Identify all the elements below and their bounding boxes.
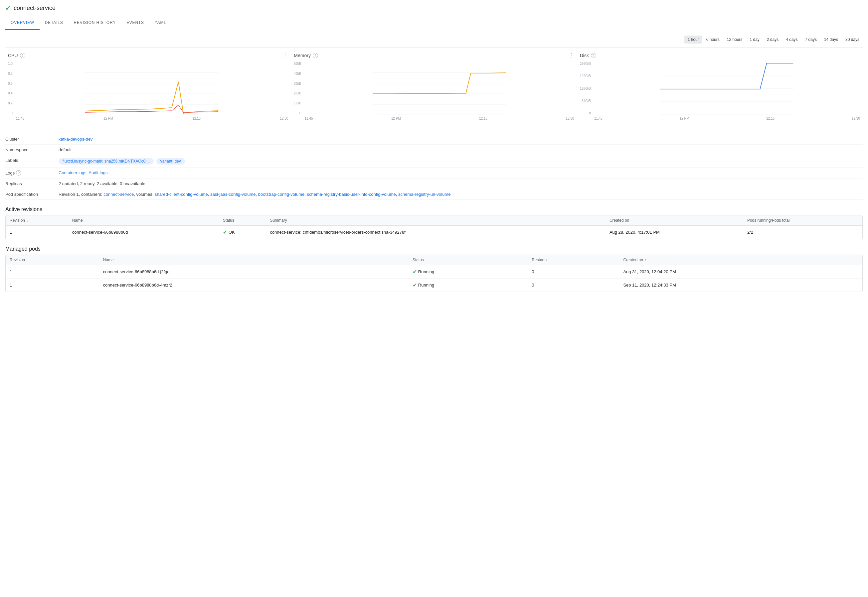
cpu-chart-svg: [15, 62, 288, 115]
namespace-label: Namespace: [5, 147, 58, 152]
volume-link-0[interactable]: shared-client-config-volume: [155, 192, 208, 197]
disk-y-4: 64GiB: [580, 99, 591, 103]
created-sort-up-icon[interactable]: ↑: [644, 258, 646, 262]
logs-row: Logs ? Container logs, Audit logs: [5, 168, 863, 178]
disk-x-labels: 11:45 12 PM 12:15 12:30: [594, 117, 860, 120]
volume-link-2[interactable]: bootstrap-config-volume: [258, 192, 304, 197]
tab-revision-history[interactable]: REVISION HISTORY: [68, 16, 121, 30]
cluster-link[interactable]: kafka-devops-dev: [58, 137, 93, 142]
managed-pods-title: Managed pods: [5, 246, 863, 252]
mp-revision-1: 1: [6, 279, 99, 292]
time-btn-4days[interactable]: 4 days: [783, 36, 801, 43]
disk-chart-container: Disk ? ⋮ 256GiB 192GiB 128GiB 64GiB 0: [577, 48, 863, 123]
volume-link-3[interactable]: schema-registry-basic-user-info-config-v…: [307, 192, 396, 197]
disk-x-3: 12:15: [766, 117, 774, 120]
disk-y-3: 128GiB: [580, 87, 591, 91]
audit-logs-link[interactable]: Audit logs: [88, 170, 107, 175]
memory-chart-header: Memory ? ⋮: [294, 52, 574, 59]
memory-chart-container: Memory ? ⋮ 5GiB 4GiB 3GiB 2GiB 1GiB 0: [291, 48, 577, 123]
pod-spec-prefix: Revision 1, containers:: [58, 192, 103, 197]
time-btn-6hours[interactable]: 6 hours: [703, 36, 723, 43]
cpu-y-2: 0.8: [8, 72, 13, 76]
cpu-help-icon[interactable]: ?: [20, 53, 25, 58]
disk-more-icon[interactable]: ⋮: [854, 52, 860, 59]
cpu-chart-title: CPU ?: [8, 53, 25, 58]
cpu-y-1: 1.0: [8, 62, 13, 65]
tab-events[interactable]: EVENTS: [121, 16, 149, 30]
managed-pods-table: Revision Name Status Restarts Created on…: [6, 255, 862, 292]
volume-link-1[interactable]: sasl-jaas-config-volume: [210, 192, 256, 197]
logs-help-icon[interactable]: ?: [16, 170, 21, 175]
disk-y-5: 0: [580, 111, 591, 115]
memory-y-2: 4GiB: [294, 72, 301, 76]
ar-summary-0: connect-service: cnfldemos/microservices…: [266, 226, 605, 239]
time-btn-1hour[interactable]: 1 hour: [684, 36, 702, 43]
pod-status-ok-0: ✔ Running: [412, 269, 434, 275]
namespace-row: Namespace default: [5, 145, 863, 155]
mp-name-1: connect-service-66b8988b6d-4mzr2: [99, 279, 409, 292]
active-revision-row-0: 1 connect-service-66b8988b6d ✔ OK connec…: [6, 226, 862, 239]
memory-y-5: 1GiB: [294, 101, 301, 105]
mp-created-0: Aug 31, 2020, 12:04:20 PM: [619, 265, 862, 279]
memory-x-3: 12:15: [479, 117, 487, 120]
ar-name-0: connect-service-66b8988b6d: [68, 226, 219, 239]
ar-status-0: ✔ OK: [219, 226, 266, 239]
time-btn-2days[interactable]: 2 days: [764, 36, 782, 43]
status-ok-badge: ✔ OK: [223, 229, 235, 235]
mp-name-0: connect-service-66b8988b6d-j2fgq: [99, 265, 409, 279]
pod-volumes-prefix: , volumes:: [134, 192, 155, 197]
disk-help-icon[interactable]: ?: [591, 53, 596, 58]
cpu-x-1: 11:45: [16, 117, 24, 120]
namespace-value: default: [58, 147, 863, 152]
memory-help-icon[interactable]: ?: [313, 53, 318, 58]
time-btn-12hours[interactable]: 12 hours: [724, 36, 746, 43]
disk-y-2: 192GiB: [580, 74, 591, 78]
replicas-value: 2 updated, 2 ready, 2 available, 0 unava…: [58, 181, 863, 186]
memory-x-2: 12 PM: [391, 117, 401, 120]
time-range-selector: 1 hour 6 hours 12 hours 1 day 2 days 4 d…: [5, 36, 863, 43]
mp-status-1: ✔ Running: [409, 279, 528, 292]
active-revisions-table: Revision ↓ Name Status Summary Created o…: [6, 215, 862, 239]
cluster-row: Cluster kafka-devops-dev: [5, 134, 863, 145]
volume-link-4[interactable]: schema-registry-url-volume: [398, 192, 450, 197]
disk-chart-body: 256GiB 192GiB 128GiB 64GiB 0: [580, 62, 860, 120]
pod-spec-value: Revision 1, containers: connect-service,…: [58, 192, 863, 197]
container-link-0[interactable]: connect-service: [103, 192, 134, 197]
label-chip-0[interactable]: fluxcd.io/sync-gc-mark: sha256.mKDNTXAOc…: [58, 158, 154, 165]
mp-col-status: Status: [409, 255, 528, 265]
logs-value: Container logs, Audit logs: [58, 170, 863, 175]
cpu-x-labels: 11:45 12 PM 12:15 12:30: [15, 117, 288, 120]
pod-status-text-0: Running: [418, 269, 434, 274]
ar-col-pods: Pods running/Pods total: [743, 215, 862, 226]
labels-row: Labels fluxcd.io/sync-gc-mark: sha256.mK…: [5, 155, 863, 168]
disk-chart-title: Disk ?: [580, 53, 596, 58]
cpu-x-4: 12:30: [280, 117, 288, 120]
labels-chips: fluxcd.io/sync-gc-mark: sha256.mKDNTXAOc…: [58, 158, 863, 165]
container-logs-link[interactable]: Container logs: [58, 170, 86, 175]
cpu-more-icon[interactable]: ⋮: [282, 52, 288, 59]
main-content: 1 hour 6 hours 12 hours 1 day 2 days 4 d…: [0, 30, 868, 304]
tab-details[interactable]: DETAILS: [40, 16, 68, 30]
memory-more-icon[interactable]: ⋮: [568, 52, 574, 59]
active-revisions-header-row: Revision ↓ Name Status Summary Created o…: [6, 215, 862, 226]
ar-col-status: Status: [219, 215, 266, 226]
cluster-label: Cluster: [5, 137, 58, 142]
label-chip-1[interactable]: variant: dev: [156, 158, 185, 165]
cpu-x-2: 12 PM: [103, 117, 113, 120]
tab-overview[interactable]: OVERVIEW: [5, 16, 40, 30]
cpu-y-3: 0.6: [8, 82, 13, 85]
mp-status-0: ✔ Running: [409, 265, 528, 279]
disk-y-axis: 256GiB 192GiB 128GiB 64GiB 0: [580, 62, 592, 115]
revision-sort-icon[interactable]: ↓: [26, 218, 28, 223]
pod-ok-icon-0: ✔: [412, 269, 417, 275]
memory-title-text: Memory: [294, 53, 311, 58]
time-btn-1day[interactable]: 1 day: [747, 36, 763, 43]
tab-yaml[interactable]: YAML: [149, 16, 172, 30]
time-btn-7days[interactable]: 7 days: [802, 36, 820, 43]
pod-spec-row: Pod specification Revision 1, containers…: [5, 189, 863, 200]
time-btn-30days[interactable]: 30 days: [842, 36, 863, 43]
disk-y-1: 256GiB: [580, 62, 591, 65]
replicas-row: Replicas 2 updated, 2 ready, 2 available…: [5, 178, 863, 189]
time-btn-14days[interactable]: 14 days: [821, 36, 841, 43]
tabs-bar: OVERVIEW DETAILS REVISION HISTORY EVENTS…: [0, 16, 868, 30]
